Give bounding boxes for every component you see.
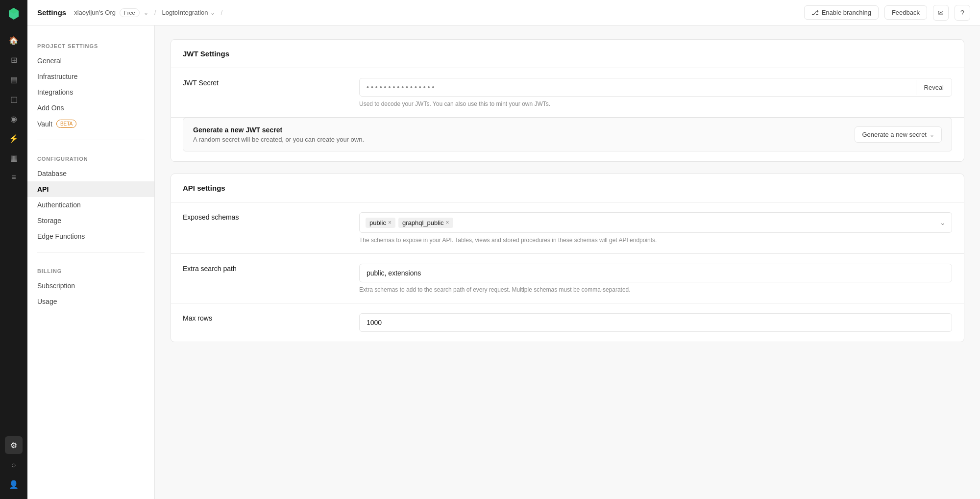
exposed-schemas-row: Exposed schemas public × graphql_public …	[171, 202, 964, 254]
sidebar-item-subscription[interactable]: Subscription	[27, 278, 154, 294]
generate-chevron-icon: ⌄	[930, 131, 934, 138]
nav-auth-icon[interactable]: ◉	[5, 110, 23, 127]
sidebar-divider-2	[37, 252, 145, 252]
sidebar-divider-1	[37, 140, 145, 140]
api-settings-title: API settings	[171, 174, 964, 202]
extra-search-path-row: Extra search path Extra schemas to add t…	[171, 254, 964, 303]
nav-editor-icon[interactable]: ▤	[5, 71, 23, 88]
sidebar: PROJECT SETTINGS General Infrastructure …	[27, 25, 155, 499]
extra-search-path-content: Extra schemas to add to the search path …	[359, 264, 952, 293]
exposed-schemas-label: Exposed schemas	[183, 212, 359, 221]
max-rows-row: Max rows	[171, 303, 964, 342]
remove-public-chip[interactable]: ×	[388, 219, 392, 226]
schema-chip-graphql-public: graphql_public ×	[398, 218, 453, 228]
main-wrapper: Settings xiaoyijun's Org Free ⌄ / LogtoI…	[27, 0, 980, 499]
extra-search-path-input[interactable]	[359, 264, 952, 282]
generate-secret-box: Generate a new JWT secret A random secre…	[183, 118, 952, 151]
sidebar-item-edge-functions[interactable]: Edge Functions	[27, 228, 154, 244]
schema-chip-public: public ×	[366, 218, 395, 228]
generate-new-secret-button[interactable]: Generate a new secret ⌄	[855, 126, 942, 143]
free-badge[interactable]: Free	[120, 8, 140, 17]
api-settings-card: API settings Exposed schemas public × gr…	[171, 174, 964, 342]
schemas-tags-input[interactable]: public × graphql_public × ⌄	[359, 212, 952, 233]
generate-box-desc: A random secret will be created, or you …	[193, 136, 364, 143]
vault-beta-badge: BETA	[56, 120, 76, 128]
sidebar-item-usage[interactable]: Usage	[27, 294, 154, 309]
org-chevron-icon[interactable]: ⌄	[144, 9, 148, 16]
separator-1: /	[154, 9, 156, 17]
mail-icon[interactable]: ✉	[933, 5, 949, 21]
sidebar-item-database[interactable]: Database	[27, 166, 154, 181]
schemas-dropdown-icon[interactable]: ⌄	[940, 219, 946, 226]
configuration-title: CONFIGURATION	[27, 148, 154, 166]
sidebar-item-vault[interactable]: Vault BETA	[27, 116, 154, 132]
generate-box-text: Generate a new JWT secret A random secre…	[193, 126, 364, 143]
main-content: JWT Settings JWT Secret Reveal Used to d…	[155, 25, 980, 499]
exposed-schemas-content: public × graphql_public × ⌄ The schemas …	[359, 212, 952, 244]
jwt-settings-title: JWT Settings	[171, 40, 964, 68]
branch-icon: ⎇	[811, 9, 819, 16]
sidebar-item-general[interactable]: General	[27, 53, 154, 69]
remove-graphql-public-chip[interactable]: ×	[446, 219, 449, 226]
sidebar-item-addons[interactable]: Add Ons	[27, 100, 154, 116]
nav-home-icon[interactable]: 🏠	[5, 31, 23, 49]
topbar-actions: ⎇ Enable branching Feedback ✉ ?	[804, 5, 970, 21]
sidebar-item-api[interactable]: API	[27, 181, 154, 197]
nav-functions-icon[interactable]: ⚡	[5, 129, 23, 147]
max-rows-content	[359, 313, 952, 332]
sidebar-item-infrastructure[interactable]: Infrastructure	[27, 69, 154, 84]
nav-avatar-icon[interactable]: 👤	[5, 475, 23, 493]
nav-storage-icon[interactable]: ◫	[5, 90, 23, 108]
nav-table-icon[interactable]: ⊞	[5, 51, 23, 69]
sidebar-item-authentication[interactable]: Authentication	[27, 197, 154, 213]
jwt-secret-content: Reveal Used to decode your JWTs. You can…	[359, 78, 952, 107]
separator-2: /	[221, 9, 223, 17]
project-chevron-icon[interactable]: ⌄	[210, 9, 215, 16]
jwt-secret-label: JWT Secret	[183, 78, 359, 87]
jwt-secret-input[interactable]	[360, 78, 916, 96]
help-icon[interactable]: ?	[955, 5, 970, 21]
sidebar-item-storage[interactable]: Storage	[27, 213, 154, 228]
extra-search-hint: Extra schemas to add to the search path …	[359, 286, 952, 293]
topbar: Settings xiaoyijun's Org Free ⌄ / LogtoI…	[27, 0, 980, 25]
app-logo[interactable]	[6, 6, 22, 22]
sidebar-item-integrations[interactable]: Integrations	[27, 84, 154, 100]
schemas-hint: The schemas to expose in your API. Table…	[359, 237, 952, 244]
jwt-secret-hint: Used to decode your JWTs. You can also u…	[359, 100, 952, 107]
jwt-settings-card: JWT Settings JWT Secret Reveal Used to d…	[171, 39, 964, 162]
app-title: Settings	[37, 8, 66, 17]
reveal-button[interactable]: Reveal	[916, 80, 952, 95]
nav-search-icon[interactable]: ⌕	[5, 456, 23, 474]
jwt-secret-row: JWT Secret Reveal Used to decode your JW…	[171, 68, 964, 118]
extra-search-path-label: Extra search path	[183, 264, 359, 273]
max-rows-input[interactable]	[359, 313, 952, 332]
enable-branching-button[interactable]: ⎇ Enable branching	[804, 5, 879, 20]
nav-reports-icon[interactable]: ▦	[5, 149, 23, 167]
generate-box-title: Generate a new JWT secret	[193, 126, 364, 134]
max-rows-label: Max rows	[183, 313, 359, 322]
jwt-secret-input-wrapper: Reveal	[359, 78, 952, 97]
billing-title: BILLING	[27, 260, 154, 278]
nav-logs-icon[interactable]: ≡	[5, 169, 23, 186]
nav-settings-icon[interactable]: ⚙	[5, 436, 23, 454]
project-settings-title: PROJECT SETTINGS	[27, 35, 154, 53]
project-name[interactable]: LogtoIntegration ⌄	[162, 9, 215, 16]
feedback-button[interactable]: Feedback	[884, 5, 927, 20]
icon-rail: 🏠 ⊞ ▤ ◫ ◉ ⚡ ▦ ≡ ⚙ ⌕ 👤	[0, 0, 27, 499]
org-name[interactable]: xiaoyijun's Org	[74, 9, 116, 16]
